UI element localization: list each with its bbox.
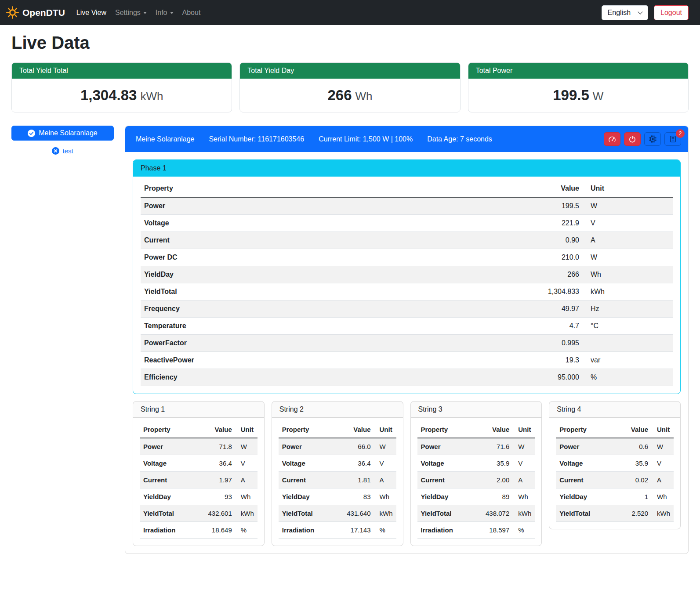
property-cell: Frequency: [141, 300, 517, 318]
unit-cell: Wh: [374, 488, 396, 505]
property-cell: Voltage: [279, 455, 343, 472]
unit-cell: kWh: [583, 283, 673, 300]
col-property: Property: [556, 421, 620, 438]
property-cell: YieldDay: [141, 266, 517, 283]
table-row: YieldDay 266 Wh: [141, 266, 673, 283]
gauge-icon: [608, 136, 616, 143]
property-cell: YieldTotal: [279, 505, 343, 522]
value-cell: 71.8: [204, 438, 236, 455]
table-row: Power 71.6 W: [417, 438, 535, 455]
summary-card-total-yield-day: Total Yield Day 266Wh: [239, 62, 460, 112]
value-cell: 0.995: [517, 335, 583, 352]
summary-value: 266: [327, 87, 352, 103]
inverter-select-button-active[interactable]: Meine Solaranlage: [11, 126, 114, 141]
col-value: Value: [620, 421, 652, 438]
unit-cell: [583, 335, 673, 352]
inverter-sidebar: Meine Solaranlage test: [11, 126, 114, 155]
summary-unit: kWh: [140, 90, 163, 103]
nav-item-live-view[interactable]: Live View: [72, 5, 111, 20]
property-cell: Voltage: [141, 215, 517, 232]
value-cell: 83: [343, 488, 374, 505]
table-header-row: Property Value Unit: [140, 421, 258, 438]
summary-card-total-power: Total Power 199.5W: [468, 62, 689, 112]
nav-item-label: About: [182, 9, 201, 17]
value-cell: 18.649: [204, 522, 236, 539]
table-row: Voltage 35.9 V: [417, 455, 535, 472]
value-cell: 432.601: [204, 505, 236, 522]
navbar-right: English Logout: [602, 5, 689, 20]
journal-icon: [669, 135, 677, 143]
property-cell: Current: [417, 472, 482, 488]
property-cell: YieldTotal: [417, 505, 482, 522]
unit-cell: W: [374, 438, 396, 455]
property-cell: Power: [556, 438, 620, 455]
property-cell: Current: [556, 472, 620, 488]
col-property: Property: [140, 421, 204, 438]
table-row: Voltage 36.4 V: [279, 455, 396, 472]
nav-item-label: Settings: [115, 9, 141, 17]
logout-button[interactable]: Logout: [654, 5, 689, 20]
inverter-name: test: [62, 147, 73, 155]
table-row: Power 0.6 W: [556, 438, 674, 455]
nav-item-settings[interactable]: Settings: [111, 5, 151, 20]
inverter-panel-body: Phase 1 Property Value Unit Power 199.5 …: [125, 152, 688, 554]
power-button[interactable]: [624, 132, 641, 146]
language-select[interactable]: English: [602, 5, 648, 20]
device-info-button[interactable]: [644, 132, 661, 146]
table-row: YieldTotal 2.520 kWh: [556, 505, 674, 522]
check-circle-icon: [28, 130, 35, 137]
value-cell: 4.7: [517, 318, 583, 335]
unit-cell: Wh: [652, 488, 674, 505]
summary-value: 199.5: [553, 87, 589, 103]
table-row: Current 0.90 A: [141, 232, 673, 249]
unit-cell: %: [236, 522, 258, 539]
unit-cell: °C: [583, 318, 673, 335]
col-value: Value: [481, 421, 513, 438]
property-cell: Power: [279, 438, 343, 455]
col-unit: Unit: [652, 421, 674, 438]
unit-cell: A: [236, 472, 258, 488]
event-log-button[interactable]: 2: [664, 132, 681, 146]
nav-item-label: Info: [156, 9, 167, 17]
table-row: Power DC 210.0 W: [141, 249, 673, 266]
page-title: Live Data: [11, 33, 689, 53]
value-cell: 71.6: [481, 438, 513, 455]
table-row: Voltage 221.9 V: [141, 215, 673, 232]
table-header-row: Property Value Unit: [279, 421, 396, 438]
col-property: Property: [417, 421, 482, 438]
table-row: YieldTotal 438.072 kWh: [417, 505, 535, 522]
table-header-row: Property Value Unit: [141, 180, 673, 197]
brand-link[interactable]: OpenDTU: [6, 6, 65, 19]
property-cell: Current: [279, 472, 343, 488]
table-row: Current 2.00 A: [417, 472, 535, 488]
table-row: Current 1.97 A: [140, 472, 258, 488]
nav-item-info[interactable]: Info: [151, 5, 178, 20]
language-value: English: [608, 9, 631, 17]
nav-item-about[interactable]: About: [178, 5, 205, 20]
property-cell: Voltage: [556, 455, 620, 472]
inverter-select-button-test[interactable]: test: [11, 147, 114, 155]
value-cell: 49.97: [517, 300, 583, 318]
property-cell: Current: [140, 472, 204, 488]
inverter-panel-header: Meine Solaranlage Serial Number: 1161716…: [125, 126, 688, 152]
limit-settings-button[interactable]: [604, 132, 620, 146]
table-row: Efficiency 95.000 %: [141, 369, 673, 386]
string-title: String 3: [411, 402, 542, 418]
value-cell: 95.000: [517, 369, 583, 386]
table-row: YieldDay 89 Wh: [417, 488, 535, 505]
value-cell: 35.9: [620, 455, 652, 472]
property-cell: Current: [141, 232, 517, 249]
brand-name: OpenDTU: [22, 7, 65, 18]
table-row: PowerFactor 0.995: [141, 335, 673, 352]
event-count-badge: 2: [676, 129, 685, 138]
value-cell: 1: [620, 488, 652, 505]
value-cell: 36.4: [204, 455, 236, 472]
value-cell: 1.81: [343, 472, 374, 488]
property-cell: YieldDay: [417, 488, 482, 505]
summary-cards-row: Total Yield Total 1,304.83kWh Total Yiel…: [11, 62, 689, 112]
string-card-4: String 4 Property Value Unit Power: [549, 401, 681, 529]
unit-cell: kWh: [236, 505, 258, 522]
panel-inverter-name: Meine Solaranlage: [136, 135, 194, 143]
property-cell: Irradiation: [279, 522, 343, 539]
col-value: Value: [343, 421, 374, 438]
